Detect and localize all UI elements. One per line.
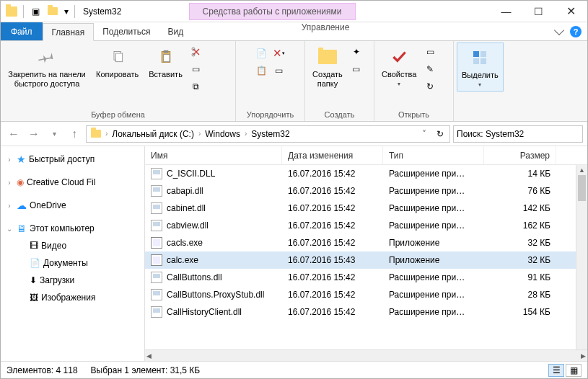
file-row[interactable]: CallHistoryClient.dll16.07.2016 15:42Рас… (145, 303, 587, 321)
details-view-icon[interactable]: ☰ (548, 364, 564, 377)
svg-rect-4 (163, 55, 169, 62)
close-button[interactable]: ✕ (555, 1, 587, 22)
qat-dropdown-icon[interactable]: ▾ (62, 6, 71, 17)
back-button[interactable]: ← (5, 125, 22, 143)
file-date: 16.07.2016 15:42 (282, 169, 383, 179)
scroll-up-icon[interactable]: ▲ (576, 165, 587, 175)
tree-creative-cloud[interactable]: ›◉Creative Cloud Fil (2, 174, 143, 191)
copy-path-icon[interactable]: ▭ (188, 61, 204, 77)
address-bar[interactable]: › Локальный диск (C:)› Windows› System32… (86, 125, 450, 143)
paste-shortcut-icon[interactable]: ⧉ (188, 79, 204, 94)
delete-icon[interactable]: ✕▾ (271, 45, 287, 61)
col-date[interactable]: Дата изменения (282, 146, 383, 164)
tree-videos[interactable]: ›🎞Видео (2, 237, 143, 254)
file-type: Расширение при… (383, 186, 484, 196)
forward-button[interactable]: → (25, 125, 43, 143)
large-icons-view-icon[interactable]: ▦ (566, 364, 582, 377)
up-button[interactable]: ↑ (66, 125, 83, 143)
col-size[interactable]: Размер (484, 146, 556, 164)
file-icon (151, 202, 162, 214)
tree-this-pc[interactable]: ⌄🖥Этот компьютер (2, 220, 143, 237)
file-icon (151, 237, 162, 249)
refresh-icon[interactable]: ↻ (432, 129, 448, 139)
minimize-button[interactable]: — (490, 1, 522, 22)
tab-share[interactable]: Поделиться (94, 22, 159, 40)
file-date: 16.07.2016 15:42 (282, 186, 383, 196)
file-row[interactable]: cabview.dll16.07.2016 15:42Расширение пр… (145, 217, 587, 234)
breadcrumb-segment[interactable]: Локальный диск (C:) (109, 129, 197, 139)
list-header[interactable]: Имя Дата изменения Тип Размер (145, 146, 587, 165)
tab-view[interactable]: Вид (159, 22, 192, 40)
col-type[interactable]: Тип (383, 146, 484, 164)
edit-icon[interactable]: ✎ (422, 61, 438, 77)
file-row[interactable]: C_ISCII.DLL16.07.2016 15:42Расширение пр… (145, 165, 587, 182)
new-folder-button[interactable]: Создать папку (308, 43, 347, 92)
pin-quick-access-button[interactable]: Закрепить на панели быстрого доступа (4, 43, 90, 92)
breadcrumb-segment[interactable]: System32 (248, 129, 292, 139)
breadcrumb-segment[interactable]: Windows (202, 129, 243, 139)
file-type: Расширение при… (383, 220, 484, 231)
navigation-tree[interactable]: ›★Быстрый доступ ›◉Creative Cloud Fil ›☁… (1, 146, 145, 362)
navigation-bar: ← → ▾ ↑ › Локальный диск (C:)› Windows› … (1, 122, 587, 146)
file-icon (151, 272, 162, 283)
tree-onedrive[interactable]: ›☁OneDrive (2, 197, 143, 214)
tree-images[interactable]: ›🖼Изображения (2, 289, 143, 306)
horizontal-scrollbar[interactable]: ◀ ▶ (145, 349, 587, 361)
file-date: 16.07.2016 15:42 (282, 220, 383, 231)
search-input[interactable]: Поиск: System32 (453, 125, 583, 143)
file-menu[interactable]: Файл (1, 22, 43, 40)
easy-access-icon[interactable]: ▭ (348, 61, 364, 77)
copy-to-icon[interactable]: 📋 (254, 63, 270, 79)
tab-manage[interactable]: Управление (245, 22, 406, 32)
properties-button[interactable]: Свойства ▾ (377, 43, 421, 90)
file-row[interactable]: CallButtons.ProxyStub.dll16.07.2016 15:4… (145, 286, 587, 303)
recent-locations-icon[interactable]: ▾ (45, 125, 63, 143)
open-icon[interactable]: ▭ (422, 44, 438, 60)
vertical-scrollbar[interactable]: ▲ ▼ (576, 165, 587, 362)
properties-qat-icon[interactable]: ▣ (27, 4, 43, 19)
file-date: 16.07.2016 15:43 (282, 255, 383, 265)
tab-home[interactable]: Главная (43, 23, 95, 41)
new-item-icon[interactable]: ✦ (348, 44, 364, 60)
file-type: Приложение (383, 255, 484, 265)
file-icon (151, 306, 162, 318)
status-item-count: Элементов: 4 118 (6, 365, 78, 375)
file-row[interactable]: CallButtons.dll16.07.2016 15:42Расширени… (145, 269, 587, 286)
file-type: Расширение при… (383, 290, 484, 300)
clipboard-group-label: Буфер обмена (4, 109, 232, 121)
select-button[interactable]: Выделить ▾ (457, 43, 504, 92)
rename-icon[interactable]: ▭ (271, 63, 287, 79)
new-folder-qat-icon[interactable] (45, 4, 61, 19)
file-icon (151, 289, 162, 300)
scroll-thumb[interactable] (578, 175, 586, 201)
file-list: Имя Дата изменения Тип Размер C_ISCII.DL… (145, 146, 587, 362)
copy-button[interactable]: Копировать (92, 43, 143, 82)
address-folder-icon (88, 126, 104, 142)
maximize-button[interactable]: ☐ (522, 1, 555, 22)
svg-rect-7 (473, 51, 479, 57)
help-icon[interactable]: ? (570, 26, 582, 37)
paste-button[interactable]: Вставить (144, 43, 187, 82)
move-to-icon[interactable]: 📄 (254, 45, 270, 61)
file-name: calc.exe (167, 255, 198, 265)
cut-icon[interactable] (188, 44, 204, 60)
title-bar: ▣ ▾ System32 Средства работы с приложени… (1, 1, 587, 22)
tree-documents[interactable]: ›📄Документы (2, 254, 143, 272)
file-row[interactable]: cabapi.dll16.07.2016 15:42Расширение при… (145, 182, 587, 200)
tree-quick-access[interactable]: ›★Быстрый доступ (2, 151, 143, 168)
window-title: System32 (83, 6, 121, 17)
organize-group-label: Упорядочить (239, 109, 302, 121)
col-name[interactable]: Имя (145, 146, 282, 164)
file-row[interactable]: calc.exe16.07.2016 15:43Приложение32 КБ (145, 251, 587, 269)
file-row[interactable]: cabinet.dll16.07.2016 15:42Расширение пр… (145, 200, 587, 217)
file-type: Приложение (383, 238, 484, 248)
collapse-ribbon-icon[interactable] (556, 30, 563, 34)
file-type: Расширение при… (383, 203, 484, 213)
file-row[interactable]: cacls.exe16.07.2016 15:42Приложение32 КБ (145, 234, 587, 251)
file-icon (151, 220, 162, 231)
history-icon[interactable]: ↻ (422, 79, 438, 94)
tree-downloads[interactable]: ›⬇Загрузки (2, 272, 143, 289)
file-size: 142 КБ (484, 203, 556, 213)
file-size: 32 КБ (484, 238, 556, 248)
address-dropdown-icon[interactable]: ˅ (418, 129, 431, 139)
